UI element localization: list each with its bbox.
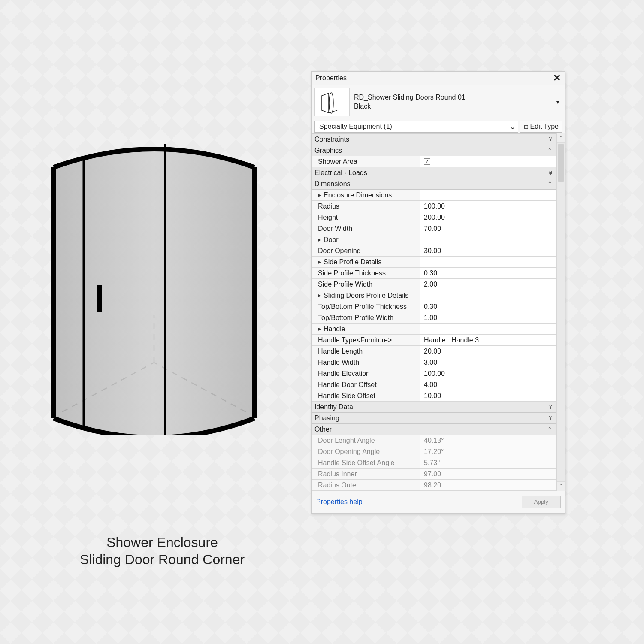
val-handle-door-offset[interactable]: 4.00: [420, 379, 556, 390]
label-tb-profile-thickness: Top/Bottom Profile Thickness: [312, 301, 420, 312]
label-door-opening-angle: Door Opening Angle: [312, 446, 420, 457]
val-radius[interactable]: 100.00: [420, 201, 556, 212]
row-sliding-profile-details[interactable]: Sliding Doors Profile Details: [312, 290, 556, 301]
group-identity[interactable]: Identity Data ¥: [312, 402, 556, 413]
val-handle-width[interactable]: 3.00: [420, 357, 556, 368]
group-phasing[interactable]: Phasing ¥: [312, 413, 556, 424]
val-side-profile-width[interactable]: 2.00: [420, 279, 556, 290]
val-door-width[interactable]: 70.00: [420, 223, 556, 234]
val-door-opening-angle: 17.20°: [420, 446, 556, 457]
val-sliding-profile-details[interactable]: [420, 290, 556, 301]
row-door-opening-angle: Door Opening Angle 17.20°: [312, 446, 556, 457]
label-radius-outer: Radius Outer: [312, 480, 420, 490]
label-sliding-profile-details: Sliding Doors Profile Details: [312, 290, 420, 301]
group-constraints[interactable]: Constraints ¥: [312, 134, 556, 145]
checkbox-shower-area[interactable]: [424, 158, 430, 165]
properties-panel: Properties ✕ RD_Shower Sliding Doors Rou…: [311, 71, 565, 514]
row-door-width[interactable]: Door Width 70.00: [312, 223, 556, 234]
type-selector-row[interactable]: RD_Shower Sliding Doors Round 01 Black ▾: [312, 85, 565, 121]
val-handle-type[interactable]: Handle : Handle 3: [420, 335, 556, 345]
collapse-icon[interactable]: ¥: [549, 136, 554, 142]
illustration-caption: Shower Enclosure Sliding Door Round Corn…: [51, 534, 274, 568]
val-tb-profile-width[interactable]: 1.00: [420, 312, 556, 323]
group-graphics[interactable]: Graphics ⌃: [312, 145, 556, 156]
val-handle[interactable]: [420, 324, 556, 334]
row-door-length-angle: Door Lenght Angle 40.13°: [312, 435, 556, 446]
group-other[interactable]: Other ⌃: [312, 424, 556, 435]
row-handle-type[interactable]: Handle Type<Furniture> Handle : Handle 3: [312, 335, 556, 346]
row-tb-profile-width[interactable]: Top/Bottom Profile Width 1.00: [312, 312, 556, 324]
row-side-profile-thickness[interactable]: Side Profile Thickness 0.30: [312, 268, 556, 279]
group-dimensions[interactable]: Dimensions ⌃: [312, 178, 556, 190]
val-height[interactable]: 200.00: [420, 212, 556, 223]
edit-type-button[interactable]: ⊞ Edit Type: [520, 121, 562, 133]
edit-type-label: Edit Type: [530, 123, 559, 130]
val-door-length-angle: 40.13°: [420, 435, 556, 446]
expand-icon[interactable]: ⌃: [547, 426, 554, 432]
type-dropdown-icon[interactable]: ▾: [555, 99, 561, 105]
label-handle-width: Handle Width: [312, 357, 420, 368]
chevron-down-icon[interactable]: ⌄: [507, 121, 518, 132]
group-graphics-label: Graphics: [314, 147, 342, 154]
val-handle-side-offset[interactable]: 10.00: [420, 390, 556, 401]
row-handle-door-offset[interactable]: Handle Door Offset 4.00: [312, 379, 556, 390]
group-electrical[interactable]: Electrical - Loads ¥: [312, 167, 556, 178]
val-handle-length[interactable]: 20.00: [420, 346, 556, 357]
row-radius-outer: Radius Outer 98.20: [312, 480, 556, 491]
row-handle-side-offset[interactable]: Handle Side Offset 10.00: [312, 390, 556, 402]
category-selector-text: Specialty Equipment (1): [315, 123, 507, 130]
type-text: RD_Shower Sliding Doors Round 01 Black: [354, 93, 550, 111]
val-radius-inner: 97.00: [420, 469, 556, 479]
label-door-width: Door Width: [312, 223, 420, 234]
vertical-scrollbar[interactable]: ˄ ˅: [556, 133, 565, 491]
label-tb-profile-width: Top/Bottom Profile Width: [312, 312, 420, 323]
label-height: Height: [312, 212, 420, 223]
type-variant: Black: [354, 102, 550, 111]
row-handle-width[interactable]: Handle Width 3.00: [312, 357, 556, 368]
category-selector[interactable]: Specialty Equipment (1) ⌄: [314, 121, 518, 133]
panel-titlebar[interactable]: Properties ✕: [312, 72, 565, 85]
close-icon[interactable]: ✕: [552, 73, 562, 83]
group-other-label: Other: [314, 426, 332, 433]
collapse-icon[interactable]: ¥: [549, 404, 554, 410]
label-shower-area: Shower Area: [312, 156, 420, 167]
label-handle-door-offset: Handle Door Offset: [312, 379, 420, 390]
properties-grid: Constraints ¥ Graphics ⌃ Shower Area Ele…: [312, 133, 556, 491]
scroll-down-icon[interactable]: ˅: [557, 481, 565, 491]
caption-line-2: Sliding Door Round Corner: [51, 551, 274, 568]
expand-icon[interactable]: ⌃: [547, 147, 554, 154]
group-phasing-label: Phasing: [314, 414, 339, 422]
row-handle-length[interactable]: Handle Length 20.00: [312, 346, 556, 357]
val-handle-elevation[interactable]: 100.00: [420, 368, 556, 379]
properties-help-link[interactable]: Properties help: [316, 498, 363, 506]
val-side-profile-details[interactable]: [420, 257, 556, 267]
svg-rect-4: [97, 285, 102, 312]
row-handle-elevation[interactable]: Handle Elevation 100.00: [312, 368, 556, 379]
val-radius-outer: 98.20: [420, 480, 556, 490]
val-door[interactable]: [420, 234, 556, 245]
row-tb-profile-thickness[interactable]: Top/Bottom Profile Thickness 0.30: [312, 301, 556, 312]
collapse-icon[interactable]: ¥: [549, 169, 554, 176]
row-handle-side-offset-angle: Handle Side Offset Angle 5.73°: [312, 457, 556, 469]
label-handle: Handle: [312, 324, 420, 334]
row-door-opening[interactable]: Door Opening 30.00: [312, 245, 556, 257]
val-enclosure-dims[interactable]: [420, 190, 556, 200]
val-side-profile-thickness[interactable]: 0.30: [420, 268, 556, 278]
row-radius[interactable]: Radius 100.00: [312, 201, 556, 212]
apply-button[interactable]: Apply: [522, 496, 561, 508]
row-handle[interactable]: Handle: [312, 324, 556, 335]
row-side-profile-width[interactable]: Side Profile Width 2.00: [312, 279, 556, 290]
label-radius-inner: Radius Inner: [312, 469, 420, 479]
val-door-opening[interactable]: 30.00: [420, 245, 556, 256]
row-enclosure-dims[interactable]: Enclosure Dimensions: [312, 190, 556, 201]
val-tb-profile-thickness[interactable]: 0.30: [420, 301, 556, 312]
row-height[interactable]: Height 200.00: [312, 212, 556, 223]
collapse-icon[interactable]: ¥: [549, 415, 554, 421]
row-shower-area[interactable]: Shower Area: [312, 156, 556, 167]
label-handle-side-offset: Handle Side Offset: [312, 390, 420, 401]
row-side-profile-details[interactable]: Side Profile Details: [312, 257, 556, 268]
expand-icon[interactable]: ⌃: [547, 181, 554, 187]
row-door[interactable]: Door: [312, 234, 556, 245]
scroll-up-icon[interactable]: ˄: [557, 133, 565, 143]
scrollbar-thumb[interactable]: [558, 144, 564, 182]
